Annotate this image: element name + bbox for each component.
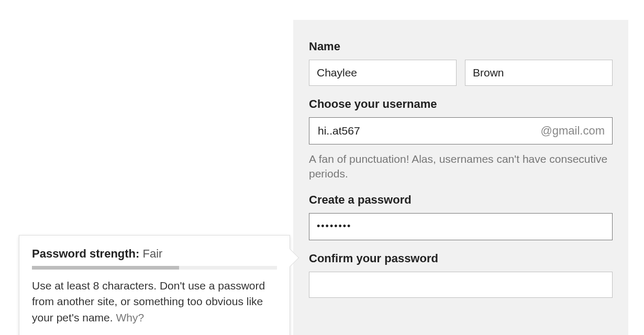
username-error-message: A fan of punctuation! Alas, usernames ca… [309, 152, 613, 182]
username-input[interactable] [317, 118, 540, 144]
why-link[interactable]: Why? [116, 311, 144, 323]
name-field-group: Name [309, 40, 613, 86]
confirm-password-field-group: Confirm your password [309, 252, 613, 298]
confirm-password-label: Confirm your password [309, 252, 613, 265]
password-strength-value: Fair [143, 247, 163, 260]
confirm-password-input[interactable] [309, 272, 613, 298]
password-field-group: Create a password [309, 193, 613, 240]
signup-form-panel: Name Choose your username @gmail.com A f… [293, 20, 628, 335]
name-label: Name [309, 40, 613, 53]
password-strength-label: Password strength: [32, 247, 139, 260]
password-strength-bar [32, 266, 277, 270]
username-field-group: Choose your username @gmail.com A fan of… [309, 97, 613, 182]
first-name-input[interactable] [309, 60, 457, 86]
username-label: Choose your username [309, 97, 613, 111]
password-strength-bar-fill [32, 266, 179, 270]
password-label: Create a password [309, 193, 613, 207]
password-input[interactable] [309, 213, 613, 240]
last-name-input[interactable] [465, 60, 613, 86]
name-row [309, 60, 613, 86]
password-strength-tooltip: Password strength: Fair Use at least 8 c… [19, 235, 290, 335]
password-hint-text: Use at least 8 characters. Don't use a p… [32, 278, 277, 326]
username-suffix: @gmail.com [540, 124, 605, 138]
username-input-wrap[interactable]: @gmail.com [309, 117, 613, 144]
password-strength-line: Password strength: Fair [32, 247, 277, 261]
password-hint-body: Use at least 8 characters. Don't use a p… [32, 280, 265, 323]
